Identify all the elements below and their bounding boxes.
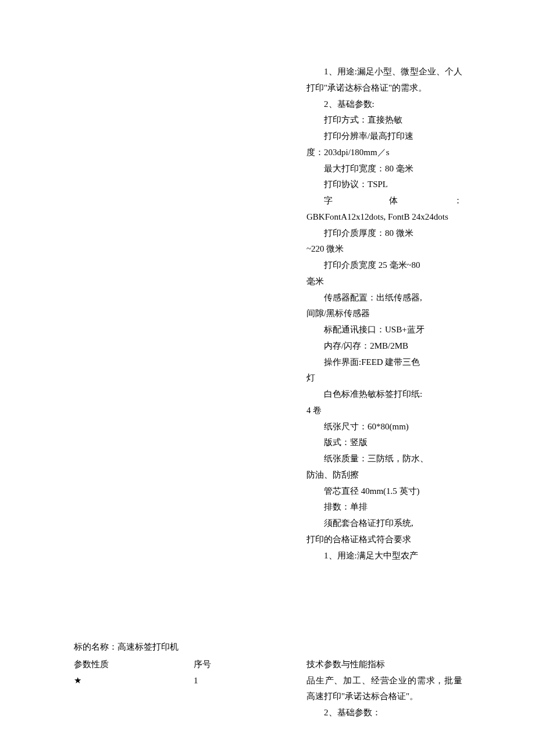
param-nature-label: 参数性质 xyxy=(74,657,194,673)
ordinal-col: 序号 1 xyxy=(194,657,306,721)
spec-line: 打印方式：直接热敏 xyxy=(306,112,462,128)
spec-line: 打印介质厚度：80 微米 xyxy=(306,225,462,242)
spec-block: 1、用途:漏足小型、微型企业、个人打印"承诺达标合格证"的需求。 2、基础参数:… xyxy=(306,64,462,564)
tech-spec-line: 2、基础参数： xyxy=(306,705,462,721)
char: 体 xyxy=(372,193,398,209)
char: 字 xyxy=(306,193,333,209)
spec-line: 内存/闪存：2MB/2MB xyxy=(306,338,462,354)
spec-line: 防油、防刮擦 xyxy=(306,467,462,483)
spec-line: 1、用途:漏足小型、微型企业、个人打印"承诺达标合格证"的需求。 xyxy=(306,64,462,96)
spec-line: 白色标准热敏标签打印纸: xyxy=(306,386,462,403)
spec-line: 灯 xyxy=(306,370,462,386)
ordinal-value: 1 xyxy=(194,673,306,689)
spec-line: 打印的合格证格式符合要求 xyxy=(306,532,462,548)
spec-line: GBKFontA12x12dots, FontB 24x24dots xyxy=(306,209,462,225)
ordinal-label: 序号 xyxy=(194,657,306,673)
spec-line: 1、用途:满足大中型农产 xyxy=(306,548,462,564)
spec-line: 管芯直径 40mm(1.5 英寸) xyxy=(306,483,462,500)
spec-line: 最大打印宽度：80 毫米 xyxy=(306,161,462,177)
spec-line: 打印介质宽度 25 毫米~80 xyxy=(306,257,462,274)
bottom-section: 标的名称：高速标签打印机 参数性质 ★ 序号 1 技术参数与性能指标 品生产、加… xyxy=(74,639,462,721)
spec-line: 打印协议：TSPL xyxy=(306,177,462,193)
spec-line: 操作界面:FEED 建带三色 xyxy=(306,354,462,371)
title-label: 标的名称： xyxy=(74,642,117,651)
spec-line: 度：203dpi/180mm／s xyxy=(306,145,462,161)
spec-line: 间隙/黑标传感器 xyxy=(306,306,462,322)
spec-line: 2、基础参数: xyxy=(306,96,462,113)
spec-line: 字体： xyxy=(306,193,462,209)
spec-line: 4 卷 xyxy=(306,403,462,419)
tech-spec-col: 技术参数与性能指标 品生产、加工、经营企业的需求，批量高速打印"承诺达标合格证"… xyxy=(306,657,462,721)
spec-line: 排数：单排 xyxy=(306,499,462,515)
spec-line: 毫米 xyxy=(306,274,462,290)
spec-line: 版式：竖版 xyxy=(306,435,462,451)
param-nature-value: ★ xyxy=(74,673,194,689)
spec-line: 标配通讯接口：USB+蓝牙 xyxy=(306,322,462,338)
spec-line: ~220 微米 xyxy=(306,241,462,257)
title-row: 标的名称：高速标签打印机 xyxy=(74,639,462,655)
spec-line: 打印分辨率/最高打印速 xyxy=(306,128,462,145)
tech-spec-label: 技术参数与性能指标 xyxy=(306,657,462,673)
spec-line: 纸张质量：三防纸，防水、 xyxy=(306,451,462,467)
param-nature-col: 参数性质 ★ xyxy=(74,657,194,721)
spec-line: 须配套合格证打印系统, xyxy=(306,515,462,532)
spec-line: 纸张尺寸：60*80(mm) xyxy=(306,419,462,435)
title-value: 高速标签打印机 xyxy=(117,642,179,651)
char: ： xyxy=(436,193,462,209)
tech-spec-line: 品生产、加工、经营企业的需求，批量高速打印"承诺达标合格证"。 xyxy=(306,673,462,705)
spec-line: 传感器配置：出纸传感器, xyxy=(306,290,462,306)
